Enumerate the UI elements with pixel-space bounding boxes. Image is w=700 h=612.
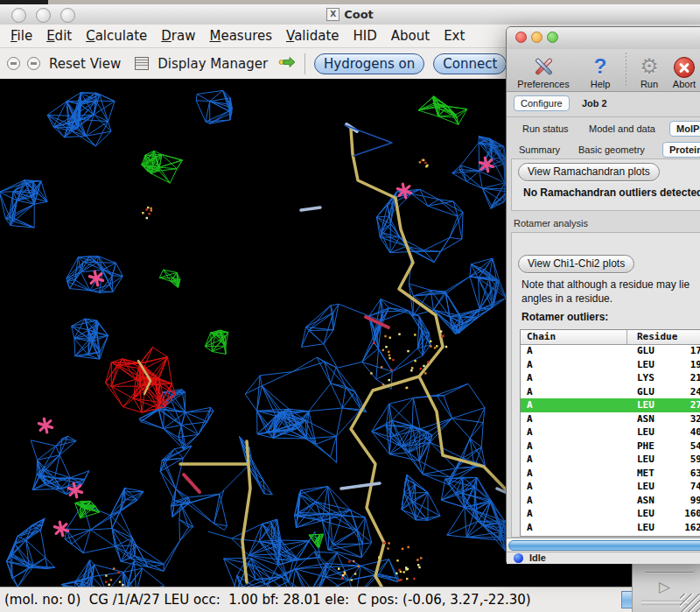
rotamer-outlier-row[interactable]: ALEU160 [521, 507, 700, 521]
dialog-titlebar[interactable] [507, 27, 700, 50]
menu-file[interactable]: File [4, 28, 39, 44]
main-status-bar: (mol. no: 0) CG /1/A/27 LEU occ: 1.00 bf… [0, 587, 700, 612]
help-label: Help [591, 79, 611, 89]
menu-edit[interactable]: Edit [39, 28, 79, 44]
view-chi1-chi2-plots-button[interactable]: View Chi1-Chi2 plots [518, 255, 634, 273]
x11-app-icon: X [326, 8, 340, 21]
column-chain[interactable]: Chain [521, 330, 627, 344]
menu-about[interactable]: About [384, 28, 437, 44]
table-body: AGLU17ALEU19ALYS21AGLU24ALEU27AASN32ALEU… [521, 344, 700, 536]
rotamer-outlier-row[interactable]: ALEU27 [521, 398, 700, 412]
help-icon: ? [594, 55, 607, 78]
menu-measures[interactable]: Measures [202, 28, 279, 44]
atom-status-text: (mol. no: 0) CG /1/A/27 LEU occ: 1.00 bf… [4, 587, 531, 612]
reset-view-button[interactable]: Reset View [49, 56, 121, 72]
abort-button[interactable]: Abort [665, 51, 700, 89]
rotamer-outliers-table: Chain Residue AGLU17ALEU19ALYS21AGLU24AL… [520, 329, 700, 537]
hydrogens-toggle-button[interactable]: Hydrogens on [314, 53, 424, 74]
toolbar-separator [626, 53, 626, 88]
dialog-zoom-button[interactable] [547, 32, 558, 43]
run-label: Run [640, 79, 658, 89]
rotamer-outlier-row[interactable]: APHE168 [521, 534, 700, 536]
display-manager-button[interactable]: Display Manager [158, 56, 268, 72]
go-arrow-icon[interactable] [278, 55, 296, 72]
gear-icon: ⚙ [640, 55, 659, 78]
connect-button[interactable]: Connect [433, 53, 507, 74]
rotamer-outlier-row[interactable]: AGLU17 [521, 344, 700, 358]
expand-arrow-icon[interactable]: ▷ [659, 578, 670, 595]
tab-molprobity[interactable]: MolProbity [669, 121, 700, 137]
ramachandran-frame: View Ramachandran plots No Ramachandran … [511, 158, 700, 211]
tab-protein[interactable]: Protein [662, 142, 700, 158]
preferences-label: Preferences [517, 79, 569, 89]
main-window-title-text: Coot [344, 8, 374, 21]
dialog-toolbar: Preferences ? Help ⚙ Run Abort A [507, 49, 700, 92]
tab-basic-geometry[interactable]: Basic geometry [573, 142, 650, 158]
run-button[interactable]: ⚙ Run [630, 51, 668, 89]
main-window-titlebar[interactable]: X Coot [0, 4, 700, 25]
rotamer-outlier-row[interactable]: ALYS21 [521, 371, 700, 385]
tab-configure[interactable]: Configure [514, 95, 570, 111]
scrollbar-thumb[interactable] [508, 540, 700, 551]
preferences-icon [532, 55, 555, 78]
window-resize-grip[interactable] [680, 594, 700, 612]
idle-status-icon [514, 553, 523, 563]
menu-draw[interactable]: Draw [154, 28, 202, 44]
menu-hid[interactable]: HID [346, 28, 384, 44]
menu-calculate[interactable]: Calculate [79, 28, 154, 44]
dialog-status-row: Idle [507, 552, 700, 564]
rotamer-outlier-row[interactable]: ALEU59 [521, 453, 700, 467]
rotamer-frame: View Chi1-Chi2 plots Note that although … [511, 232, 700, 538]
column-residue[interactable]: Residue [627, 330, 700, 344]
redo-icon[interactable] [27, 57, 40, 70]
tab-job-2[interactable]: Job 2 [577, 95, 612, 111]
rotamer-outlier-row[interactable]: ALEU19 [521, 358, 700, 372]
view-ramachandran-plots-button[interactable]: View Ramachandran plots [518, 163, 660, 181]
panel-divider [645, 572, 694, 573]
menu-ext[interactable]: Ext [437, 28, 472, 44]
tab-summary[interactable]: Summary [514, 142, 565, 158]
job-tabs: ConfigureJob 2 [507, 95, 700, 115]
ramachandran-message: No Ramachandran outliers detected [523, 186, 700, 199]
notebook-edge [507, 116, 700, 117]
rotamer-outlier-row[interactable]: AGLU24 [521, 385, 700, 399]
rotamer-outlier-row[interactable]: ALEU40 [521, 426, 700, 440]
main-window-title: X Coot [0, 4, 700, 25]
dialog-close-button[interactable] [515, 32, 527, 43]
rotamer-outlier-row[interactable]: APHE54 [521, 440, 700, 454]
idle-status-label: Idle [529, 552, 546, 564]
rotamer-note-line2: angles in a residue. [522, 292, 612, 305]
rotamer-outlier-row[interactable]: ALEU74 [521, 480, 700, 494]
rotamer-analysis-label: Rotamer analysis [514, 218, 588, 229]
molprobity-dialog: Preferences ? Help ⚙ Run Abort A Configu… [506, 26, 700, 562]
rotamer-note-line1: Note that although a residue may lie [522, 278, 690, 291]
dialog-minimize-button[interactable] [531, 32, 542, 43]
rotamer-outlier-row[interactable]: AASN99 [521, 494, 700, 508]
rotamer-outlier-row[interactable]: ALEU162 [521, 521, 700, 535]
table-header[interactable]: Chain Residue [521, 330, 700, 345]
rotamer-outliers-label: Rotamer outliers: [522, 311, 608, 323]
abort-label: Abort [673, 79, 696, 89]
preferences-button[interactable]: Preferences [514, 51, 573, 89]
undo-icon[interactable] [7, 57, 20, 70]
job-page-tabs: Run statusModel and dataMolProbity [507, 121, 700, 140]
display-manager-icon[interactable] [135, 57, 149, 70]
screen: X Coot FileEditCalculateDrawMeasuresVali… [0, 0, 700, 612]
abort-icon [674, 57, 695, 78]
horizontal-scrollbar[interactable] [507, 538, 700, 552]
toolbar-separator [304, 53, 305, 74]
rotamer-outlier-row[interactable]: AMET63 [521, 467, 700, 481]
side-panel-collapsed: ▷ [632, 561, 700, 612]
help-button[interactable]: ? Help [581, 51, 620, 89]
rotamer-outlier-row[interactable]: AASN32 [521, 412, 700, 426]
tab-run-status[interactable]: Run status [517, 121, 574, 137]
tab-model-and-data[interactable]: Model and data [584, 121, 661, 137]
menu-validate[interactable]: Validate [279, 28, 346, 44]
